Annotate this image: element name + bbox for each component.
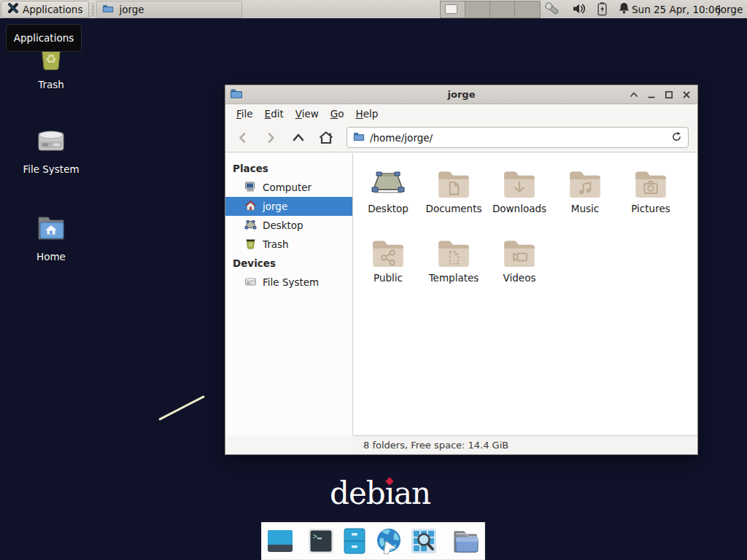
reload-icon[interactable] (671, 131, 682, 144)
top-panel: Applications jorge Sun 25 Apr, 10:06 jor… (0, 0, 747, 19)
shade-button[interactable] (628, 90, 639, 101)
sidebar-item-label: jorge (263, 201, 287, 212)
trash-icon: ♻ (244, 238, 257, 252)
location-path[interactable]: /home/jorge/ (370, 132, 666, 144)
statusbar: 8 folders, Free space: 14.4 GiB (353, 435, 697, 454)
sidebar-item-trash[interactable]: ♻ Trash (225, 235, 352, 254)
home-icon (244, 200, 257, 214)
terminal-launcher[interactable]: > (307, 526, 335, 556)
sidebar-item-computer[interactable]: Computer (225, 178, 352, 197)
home-button[interactable] (314, 127, 338, 149)
cursor-trail (158, 395, 205, 421)
file-manager-window: jorge File Edit View Go Help (225, 85, 698, 455)
desktop-icon-home[interactable]: Home (11, 210, 91, 262)
svg-text:♻: ♻ (45, 52, 56, 66)
videos-folder-icon (487, 228, 552, 269)
debian-logo-text: deb (330, 475, 385, 511)
harddrive-icon (244, 276, 257, 289)
location-bar[interactable]: /home/jorge/ (347, 127, 689, 148)
workspace-3[interactable] (490, 1, 515, 18)
file-label: Downloads (487, 203, 552, 214)
sidebar-item-filesystem[interactable]: File System (225, 273, 352, 292)
home-folder-icon (11, 210, 91, 246)
file-label: Templates (421, 272, 487, 284)
applications-tooltip: Applications (6, 24, 82, 52)
taskbar-window-button[interactable]: jorge (96, 1, 242, 18)
system-tray (543, 0, 630, 19)
downloads-folder-icon (487, 159, 552, 200)
menu-go[interactable]: Go (325, 105, 350, 122)
directory-launcher[interactable] (451, 526, 480, 556)
desktop-icon-filesystem[interactable]: File System (11, 122, 91, 175)
taskbar-window-label: jorge (119, 4, 144, 15)
file-label: Music (552, 203, 618, 214)
sidebar-item-desktop[interactable]: Desktop (225, 216, 352, 235)
panel-username[interactable]: jorge (718, 0, 743, 19)
sidebar-item-label: Trash (263, 238, 289, 250)
file-view[interactable]: Desktop Documents (353, 153, 697, 435)
sidebar-item-label: Computer (263, 182, 311, 193)
svg-text:>: > (313, 532, 317, 540)
menu-edit[interactable]: Edit (259, 105, 290, 122)
file-item-public[interactable]: Public (355, 228, 421, 289)
volume-icon[interactable] (572, 2, 587, 18)
workspace-1[interactable] (441, 1, 465, 18)
file-item-documents[interactable]: Documents (421, 159, 487, 220)
applications-menu-button[interactable]: Applications (1, 1, 89, 18)
app-finder-launcher[interactable] (410, 526, 438, 556)
music-folder-icon (552, 159, 618, 200)
public-folder-icon (355, 228, 421, 269)
notifications-bell-icon[interactable] (618, 1, 630, 18)
file-item-downloads[interactable]: Downloads (487, 159, 552, 220)
file-item-templates[interactable]: Templates (421, 228, 487, 289)
workspace-2[interactable] (465, 1, 490, 18)
window-titlebar[interactable]: jorge (225, 85, 697, 104)
desktop-icon-label: File System (11, 163, 91, 175)
desktop-icon (244, 219, 257, 233)
web-browser-launcher[interactable] (374, 526, 403, 556)
minimize-button[interactable] (646, 90, 657, 101)
window-title: jorge (225, 89, 697, 100)
file-label: Pictures (618, 203, 684, 214)
file-item-pictures[interactable]: Pictures (618, 159, 684, 220)
folder-icon (102, 2, 114, 16)
location-folder-icon (353, 131, 365, 144)
workspace-switcher[interactable] (440, 1, 541, 18)
battery-icon[interactable] (597, 1, 608, 18)
file-label: Documents (421, 203, 487, 214)
up-button[interactable] (287, 127, 310, 149)
sidebar-item-home[interactable]: jorge (225, 197, 352, 216)
file-label: Videos (487, 272, 552, 284)
dock-panel: > (261, 522, 485, 560)
file-item-music[interactable]: Music (552, 159, 618, 220)
xfce-logo-icon (7, 2, 19, 16)
close-button[interactable] (681, 90, 692, 101)
harddrive-icon (11, 122, 91, 159)
workspace-4[interactable] (515, 1, 540, 18)
show-desktop-button[interactable] (266, 526, 294, 556)
file-item-desktop[interactable]: Desktop (355, 159, 421, 220)
pictures-folder-icon (618, 159, 684, 200)
file-item-videos[interactable]: Videos (487, 228, 552, 289)
tray-tool-icon[interactable] (543, 1, 562, 19)
applications-menu-label: Applications (23, 4, 82, 15)
desktop-icon-label: Home (11, 251, 91, 262)
debian-logo: debıan (330, 475, 430, 511)
back-button[interactable] (231, 127, 255, 149)
window-panes: Places Computer jorge Desktop (225, 153, 697, 435)
file-manager-launcher[interactable] (341, 526, 368, 556)
menu-view[interactable]: View (290, 105, 325, 122)
forward-button[interactable] (259, 127, 282, 149)
menubar: File Edit View Go Help (225, 104, 697, 123)
desktop-icon (355, 159, 421, 200)
menu-help[interactable]: Help (350, 105, 384, 122)
menu-file[interactable]: File (231, 105, 259, 122)
file-label: Desktop (355, 203, 421, 214)
computer-icon (244, 181, 257, 195)
sidebar-item-label: Desktop (263, 219, 303, 231)
panel-clock[interactable]: Sun 25 Apr, 10:06 (632, 0, 721, 19)
maximize-button[interactable] (663, 90, 674, 101)
sidebar: Places Computer jorge Desktop (225, 153, 353, 435)
status-text: 8 folders, Free space: 14.4 GiB (363, 440, 508, 451)
panel-handle[interactable] (90, 4, 95, 15)
